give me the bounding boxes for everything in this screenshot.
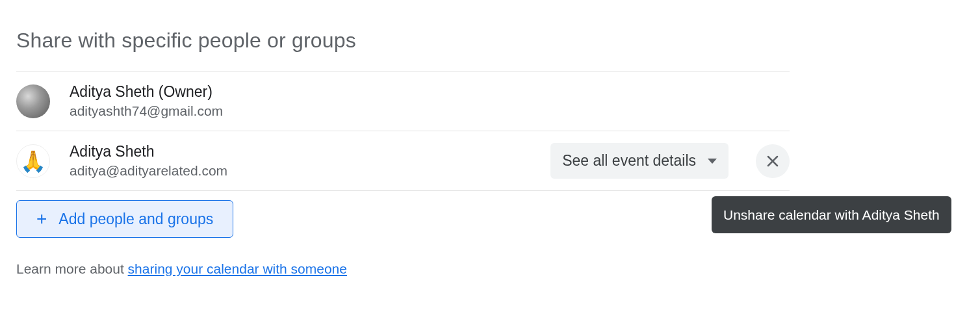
person-row-shared: 🙏 Aditya Sheth aditya@adityarelated.com …: [16, 131, 790, 190]
learn-more-prefix: Learn more about: [16, 261, 128, 276]
add-people-button[interactable]: + Add people and groups: [16, 200, 233, 238]
close-icon: [765, 153, 780, 169]
plus-icon: +: [36, 210, 47, 228]
learn-more-text: Learn more about sharing your calendar w…: [16, 261, 790, 277]
person-info: Aditya Sheth aditya@adityarelated.com: [70, 143, 531, 179]
learn-more-link[interactable]: sharing your calendar with someone: [128, 261, 347, 276]
add-button-label: Add people and groups: [58, 211, 213, 228]
avatar: 🙏: [16, 144, 50, 178]
remove-person-button[interactable]: [756, 144, 790, 178]
person-info: Aditya Sheth (Owner) adityashth74@gmail.…: [70, 83, 790, 119]
person-name: Aditya Sheth: [70, 143, 531, 161]
person-row-owner: Aditya Sheth (Owner) adityashth74@gmail.…: [16, 71, 790, 131]
tooltip: Unshare calendar with Aditya Sheth: [712, 196, 951, 233]
avatar: [16, 84, 50, 118]
chevron-down-icon: [708, 159, 717, 164]
divider: [16, 190, 790, 191]
person-email: aditya@adityarelated.com: [70, 163, 531, 179]
person-email: adityashth74@gmail.com: [70, 103, 790, 119]
permission-label: See all event details: [562, 152, 696, 170]
person-name: Aditya Sheth (Owner): [70, 83, 790, 101]
permission-dropdown[interactable]: See all event details: [550, 143, 729, 179]
section-title: Share with specific people or groups: [16, 29, 790, 53]
